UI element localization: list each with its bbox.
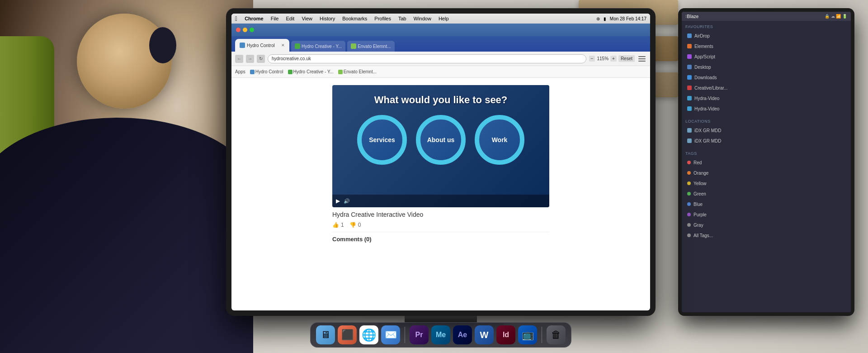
zoom-reset[interactable]: Reset (618, 55, 635, 62)
sidebar-apps-label: App/Script (694, 54, 715, 59)
creative-lib-icon (687, 86, 692, 90)
traffic-lights (236, 28, 254, 32)
launchpad-icon[interactable]: ⬛ (338, 325, 357, 344)
menu-file[interactable]: File (267, 14, 283, 24)
monitor-screen:  Chrome File Edit View History Bookmark… (231, 14, 650, 310)
teamviewer-icon[interactable]: 📺 (518, 325, 537, 344)
gray-tag-label: Gray (693, 223, 703, 228)
dislike-button[interactable]: 👎 0 (349, 222, 361, 228)
tab-label-hydro: Hydro Control (247, 43, 275, 48)
like-icon: 👍 (332, 222, 339, 228)
sidebar-item-airdrop[interactable]: AirDrop (685, 31, 847, 41)
premiere-icon[interactable]: Pr (410, 325, 429, 344)
menu-app-name[interactable]: Chrome (241, 14, 267, 24)
video-circle-services[interactable]: Services (357, 115, 407, 165)
blue-tag-icon (687, 202, 691, 206)
menu-profiles[interactable]: Profiles (371, 14, 395, 24)
chrome-titlebar (231, 24, 650, 36)
downloads-icon (687, 75, 692, 80)
bookmark-envato[interactable]: Envato Elemnt... (338, 69, 377, 74)
menu-edit[interactable]: Edit (282, 14, 298, 24)
address-bar[interactable]: hydrocreative.co.uk (268, 54, 586, 63)
purple-tag-icon (687, 213, 691, 216)
video-circle-work[interactable]: Work (475, 115, 524, 165)
media-encoder-icon[interactable]: Me (431, 325, 450, 344)
bookmark-hydro-creative[interactable]: Hydro Creative - Y... (288, 69, 334, 74)
sidebar-locations-section: Locations iDX GR MDD iDX GR MDD (685, 119, 847, 146)
menu-history[interactable]: History (316, 14, 339, 24)
menu-tab[interactable]: Tab (395, 14, 410, 24)
sidebar-item-creative-lib[interactable]: Creative/Librar... (685, 83, 847, 93)
menu-view[interactable]: View (298, 14, 316, 24)
forward-button[interactable]: → (246, 55, 254, 63)
all-tags-label: All Tags... (693, 233, 713, 238)
like-count: 1 (341, 222, 344, 228)
mail-icon[interactable]: ✉️ (381, 325, 400, 344)
sidebar-item-elements[interactable]: Elements (685, 41, 847, 51)
sidebar-tag-blue[interactable]: Blue (685, 199, 847, 209)
bookmark-apps[interactable]: Apps (235, 69, 245, 74)
comments-label: Comments (0) (332, 236, 372, 243)
maximize-button[interactable] (250, 28, 254, 32)
like-button[interactable]: 👍 1 (332, 222, 344, 228)
bookmark-hydro-control[interactable]: Hydro Control (250, 69, 283, 74)
menu-window[interactable]: Window (410, 14, 435, 24)
sidebar-all-tags[interactable]: All Tags... (685, 230, 847, 240)
menu-bookmarks[interactable]: Bookmarks (339, 14, 371, 24)
tab-close-icon[interactable]: ✕ (281, 43, 285, 48)
trash-icon[interactable]: 🗑 (547, 325, 566, 344)
red-tag-label: Red (693, 160, 702, 165)
back-button[interactable]: ← (235, 55, 243, 63)
dock-separator-2 (542, 327, 542, 343)
tab-envato[interactable]: Envato Elemnt... (347, 41, 394, 52)
person (0, 0, 253, 353)
zoom-plus[interactable]: + (610, 56, 617, 62)
minimize-button[interactable] (243, 28, 247, 32)
sidebar-desktop-label: Desktop (694, 65, 711, 70)
scene:  Chrome File Edit View History Bookmark… (0, 0, 868, 353)
sidebar-downloads-label: Downloads (694, 75, 717, 80)
sidebar-tag-red[interactable]: Red (685, 157, 847, 167)
reload-button[interactable]: ↻ (257, 55, 265, 63)
after-effects-icon[interactable]: Ae (453, 325, 472, 344)
sidebar-hydra-2-label: Hydra-Video (694, 106, 719, 111)
green-tag-icon (687, 192, 691, 196)
sidebar-tag-green[interactable]: Green (685, 189, 847, 199)
sidebar-item-hydra-video-2[interactable]: Hydra-Video (685, 104, 847, 114)
video-circle-about[interactable]: About us (416, 115, 466, 165)
sidebar-item-apps[interactable]: App/Script (685, 52, 847, 62)
tab-hydro-control[interactable]: Hydro Control ✕ (235, 39, 289, 52)
tab-label-creative: Hydro Creative - Y... (302, 44, 342, 49)
main-monitor:  Chrome File Edit View History Bookmark… (226, 8, 656, 334)
chrome-tabs-row: Hydro Control ✕ Hydro Creative - Y... En… (231, 36, 650, 52)
volume-button[interactable]: 🔊 (344, 198, 350, 204)
dock-bar: 🖥 ⬛ 🌐 ✉️ Pr Me Ae W Id 📺 🗑 (310, 322, 571, 348)
elements-icon (687, 44, 692, 48)
green-tag-label: Green (693, 191, 706, 196)
play-button[interactable]: ▶ (336, 198, 340, 204)
desktop-icon (687, 65, 692, 69)
page-content: What would you like to see? Services Abo… (231, 78, 650, 253)
finder-icon[interactable]: 🖥 (316, 325, 335, 344)
close-button[interactable] (236, 28, 241, 32)
chrome-menu-icon[interactable] (637, 54, 646, 63)
sidebar-item-idxgr1[interactable]: iDX GR MDD (685, 125, 847, 135)
word-icon[interactable]: W (475, 325, 494, 344)
menu-clock: Mon 28 Feb 14:17 (610, 16, 646, 21)
sidebar-item-downloads[interactable]: Downloads (685, 72, 847, 82)
chrome-icon[interactable]: 🌐 (359, 325, 378, 344)
sidebar-tag-gray[interactable]: Gray (685, 220, 847, 230)
yellow-tag-icon (687, 181, 691, 185)
indesign-icon[interactable]: Id (496, 325, 515, 344)
sidebar-item-idxgr2[interactable]: iDX GR MDD (685, 136, 847, 146)
sidebar-tag-yellow[interactable]: Yellow (685, 178, 847, 188)
sidebar-item-hydra-video-1[interactable]: Hydra-Video (685, 93, 847, 103)
video-frame[interactable]: What would you like to see? Services Abo… (332, 85, 549, 207)
sidebar-tag-orange[interactable]: Orange (685, 168, 847, 178)
menu-help[interactable]: Help (435, 14, 453, 24)
about-label: About us (427, 136, 455, 143)
sidebar-item-desktop[interactable]: Desktop (685, 62, 847, 72)
zoom-minus[interactable]: − (589, 56, 595, 62)
sidebar-tag-purple[interactable]: Purple (685, 210, 847, 219)
tab-hydro-creative[interactable]: Hydro Creative - Y... (291, 41, 345, 52)
